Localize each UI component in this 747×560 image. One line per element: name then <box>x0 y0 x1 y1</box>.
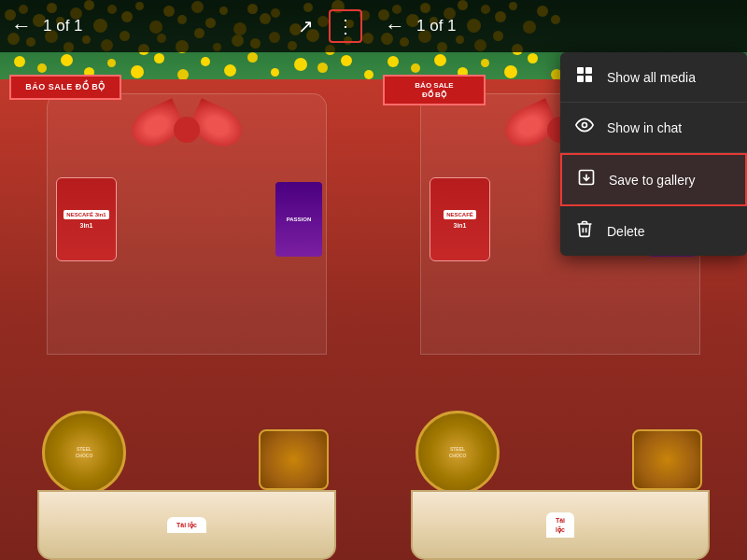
left-panel: BÁO SALE ĐỒ BỘ NESCAFÉ 3in1 3in1 PASS <box>0 0 374 560</box>
show-in-chat-label: Show in chat <box>607 120 682 135</box>
trash-icon <box>575 219 594 243</box>
store-banner: BÁO SALE ĐỒ BỘ <box>9 75 121 100</box>
more-options-button[interactable]: ⋮ <box>329 9 362 43</box>
left-counter: 1 of 1 <box>43 17 298 35</box>
right-counter: 1 of 1 <box>416 17 736 35</box>
grid-icon <box>575 65 594 89</box>
eye-icon <box>575 116 594 139</box>
delete-label: Delete <box>607 224 644 239</box>
three-dots-icon: ⋮ <box>336 17 355 35</box>
menu-item-delete[interactable]: Delete <box>560 206 747 256</box>
svg-rect-2 <box>577 76 584 82</box>
svg-rect-3 <box>585 76 592 82</box>
save-icon <box>577 168 596 191</box>
share-icon-left[interactable]: ↗ <box>298 15 314 37</box>
back-button-right[interactable]: ← <box>385 14 405 38</box>
left-top-bar: ← 1 of 1 ↗ ⋮ <box>0 0 374 52</box>
menu-item-show-all-media[interactable]: Show all media <box>560 52 747 103</box>
save-to-gallery-label: Save to gallery <box>609 173 696 188</box>
right-banner: BÁO SALEĐỒ BỘ <box>383 75 486 105</box>
left-image: BÁO SALE ĐỒ BỘ NESCAFÉ 3in1 3in1 PASS <box>0 0 374 560</box>
dropdown-menu: Show all media Show in chat Save to gal <box>560 52 747 256</box>
menu-item-show-in-chat[interactable]: Show in chat <box>560 103 747 153</box>
right-panel: BÁO SALEĐỒ BỘ NESCAFÉ 3in1 PASSION STEEL… <box>374 0 747 560</box>
svg-rect-0 <box>577 67 584 74</box>
back-button-left[interactable]: ← <box>11 14 32 38</box>
show-all-media-label: Show all media <box>607 70 696 85</box>
svg-point-4 <box>583 123 587 128</box>
right-top-bar: ← 1 of 1 <box>374 0 747 52</box>
left-image-area: BÁO SALE ĐỒ BỘ NESCAFÉ 3in1 3in1 PASS <box>0 0 374 560</box>
menu-item-save-to-gallery[interactable]: Save to gallery <box>560 153 747 206</box>
svg-rect-1 <box>585 67 592 74</box>
